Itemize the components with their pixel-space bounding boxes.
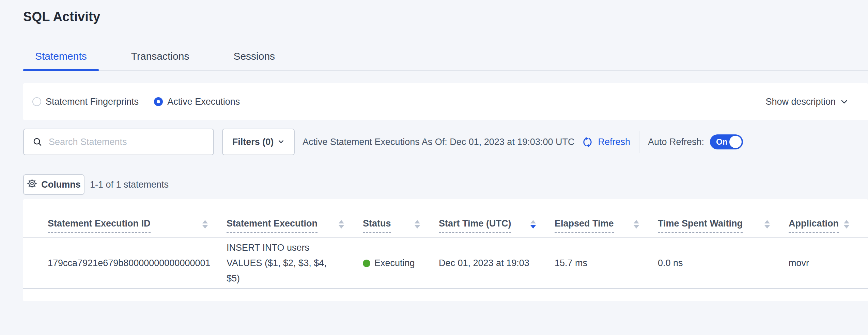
radio-unselected-icon[interactable]: [32, 97, 41, 106]
sort-carets-icon[interactable]: [844, 220, 849, 229]
auto-refresh-toggle[interactable]: On: [710, 134, 743, 149]
gear-icon: [27, 178, 37, 191]
column-header-label[interactable]: Start Time (UTC): [439, 218, 511, 233]
cell-statement[interactable]: INSERT INTO users VALUES ($1, $2, $3, $4…: [227, 240, 346, 286]
sort-carets-icon[interactable]: [764, 220, 770, 229]
tab-transactions[interactable]: Transactions: [119, 51, 201, 70]
cell-status: Executing: [363, 258, 439, 268]
cell-execution-id[interactable]: 179cca7921e679b80000000000000001: [48, 258, 227, 268]
auto-refresh-label: Auto Refresh:: [648, 137, 704, 147]
column-header-label[interactable]: Status: [363, 218, 391, 233]
cell-time-spent-waiting: 0.0 ns: [658, 258, 789, 268]
cell-elapsed-time: 15.7 ms: [555, 258, 658, 268]
radio-label[interactable]: Statement Fingerprints: [46, 97, 139, 107]
vertical-divider: [639, 131, 639, 153]
status-label: Executing: [374, 258, 415, 268]
sort-carets-icon[interactable]: [634, 220, 639, 229]
filters-button[interactable]: Filters (0): [222, 129, 295, 155]
column-header-statement-execution[interactable]: Statement Execution: [227, 218, 363, 233]
column-header-application[interactable]: Application: [789, 218, 868, 233]
radio-active-executions[interactable]: Active Executions: [154, 97, 240, 107]
columns-button-label[interactable]: Columns: [41, 179, 81, 190]
controls-row: Filters (0) Active Statement Executions …: [23, 128, 868, 156]
tab-bar: Statements Transactions Sessions: [23, 51, 868, 71]
columns-button[interactable]: Columns: [23, 174, 84, 195]
column-header-label[interactable]: Statement Execution ID: [48, 218, 151, 233]
refresh-icon[interactable]: [581, 136, 594, 148]
tab-sessions[interactable]: Sessions: [221, 51, 287, 70]
page-title: SQL Activity: [23, 0, 868, 24]
radio-label[interactable]: Active Executions: [167, 97, 240, 107]
column-header-statement-execution-id[interactable]: Statement Execution ID: [48, 218, 227, 233]
sort-carets-icon[interactable]: [415, 220, 420, 229]
column-header-time-spent-waiting[interactable]: Time Spent Waiting: [658, 218, 789, 233]
sort-carets-icon[interactable]: [202, 220, 208, 229]
show-description-label[interactable]: Show description: [765, 97, 836, 107]
sql-activity-page: SQL Activity Statements Transactions Ses…: [0, 0, 868, 301]
chevron-down-icon: [840, 98, 848, 106]
search-icon: [32, 137, 49, 147]
sort-carets-icon[interactable]: [339, 220, 344, 229]
table-header-row: Statement Execution ID Statement Executi…: [23, 199, 868, 238]
cell-application: movr: [789, 258, 868, 268]
filters-label[interactable]: Filters (0): [232, 137, 274, 147]
column-header-label[interactable]: Application: [789, 218, 839, 233]
toggle-state-label[interactable]: On: [716, 137, 727, 147]
table-row[interactable]: 179cca7921e679b80000000000000001 INSERT …: [23, 238, 868, 289]
radio-statement-fingerprints[interactable]: Statement Fingerprints: [32, 97, 139, 107]
column-header-status[interactable]: Status: [363, 218, 439, 233]
column-header-label[interactable]: Elapsed Time: [555, 218, 614, 233]
chevron-down-icon: [278, 137, 284, 147]
search-box[interactable]: [23, 129, 214, 155]
refresh-button[interactable]: Refresh: [581, 136, 630, 148]
column-header-label[interactable]: Statement Execution: [227, 218, 317, 233]
cell-start-time: Dec 01, 2023 at 19:03: [439, 258, 555, 268]
table-toolbar: Columns 1-1 of 1 statements: [23, 174, 868, 195]
as-of-timestamp: Active Statement Executions As Of: Dec 0…: [303, 137, 574, 147]
sort-carets-icon-active-desc[interactable]: [530, 220, 536, 229]
view-mode-radio-group: Statement Fingerprints Active Executions: [32, 97, 240, 107]
statements-table-card: Statement Execution ID Statement Executi…: [23, 199, 868, 301]
column-header-label[interactable]: Time Spent Waiting: [658, 218, 743, 233]
toggle-knob[interactable]: [729, 136, 742, 148]
status-executing-dot-icon: [363, 260, 370, 267]
view-switch-card: Statement Fingerprints Active Executions…: [23, 83, 868, 120]
radio-selected-icon[interactable]: [154, 97, 163, 106]
column-header-start-time[interactable]: Start Time (UTC): [439, 218, 555, 233]
show-description-toggle[interactable]: Show description: [765, 97, 848, 107]
tab-statements[interactable]: Statements: [23, 51, 99, 70]
column-header-elapsed-time[interactable]: Elapsed Time: [555, 218, 658, 233]
search-input[interactable]: [49, 137, 206, 147]
result-count: 1-1 of 1 statements: [90, 179, 169, 190]
refresh-label[interactable]: Refresh: [598, 137, 630, 147]
